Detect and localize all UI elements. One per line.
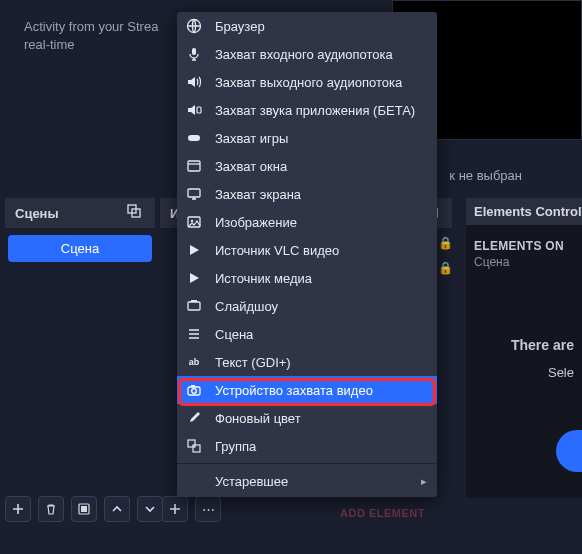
svg-rect-10 [188,161,200,171]
add-source-button[interactable] [162,496,188,522]
add-scene-button[interactable] [5,496,31,522]
menu-label: Устаревшее [215,474,409,489]
activity-text: Activity from your Strea real-time [24,18,158,54]
delete-scene-button[interactable] [38,496,64,522]
menu-label: Источник VLC видео [215,243,427,258]
move-up-button[interactable] [104,496,130,522]
list-icon [185,325,203,343]
gamepad-icon [185,129,203,147]
app-audio-icon [185,101,203,119]
menu-item-video-capture[interactable]: Устройство захвата видео [177,376,437,404]
scenes-header: Сцены [5,198,155,229]
slideshow-icon [185,297,203,315]
camera-icon [185,381,203,399]
window-icon [185,157,203,175]
menu-item-slideshow[interactable]: Слайдшоу [177,292,437,320]
svg-rect-20 [188,440,195,447]
svg-rect-5 [81,506,87,512]
scenes-panel: Сцены Сцена [5,198,155,268]
image-icon [185,213,203,231]
lock-icon[interactable]: 🔒 [438,261,453,275]
sources-toolbar: ⋯ [162,496,221,522]
menu-item-browser[interactable]: Браузер [177,12,437,40]
globe-icon [185,17,203,35]
menu-item-audio-in[interactable]: Захват входного аудиопотока [177,40,437,68]
menu-item-app-audio[interactable]: Захват звука приложения (БЕТА) [177,96,437,124]
menu-label: Захват экрана [215,187,427,202]
menu-item-media[interactable]: Источник медиа [177,264,437,292]
add-button[interactable] [556,430,582,472]
add-element-label[interactable]: ADD ELEMENT [340,507,425,519]
elements-header: Elements Control [466,198,582,225]
menu-label: Группа [215,439,427,454]
menu-label: Сцена [215,327,427,342]
menu-label: Захват выходного аудиопотока [215,75,427,90]
menu-item-deprecated[interactable]: Устаревшее [177,467,437,495]
filters-button[interactable] [71,496,97,522]
svg-point-14 [191,220,193,222]
menu-item-scene[interactable]: Сцена [177,320,437,348]
blank-icon [185,472,203,490]
menu-label: Слайдшоу [215,299,427,314]
menu-separator [177,463,437,464]
monitor-icon [185,185,203,203]
source-type-menu: Браузер Захват входного аудиопотока Захв… [177,12,437,497]
menu-item-image[interactable]: Изображение [177,208,437,236]
menu-label: Захват игры [215,131,427,146]
menu-label: Фоновый цвет [215,411,427,426]
menu-item-game[interactable]: Захват игры [177,124,437,152]
svg-rect-19 [191,385,195,387]
menu-item-group[interactable]: Группа [177,432,437,460]
microphone-icon [185,45,203,63]
no-source-label: к не выбран [449,168,522,183]
menu-label: Браузер [215,19,427,34]
brush-icon [185,409,203,427]
menu-item-screen[interactable]: Захват экрана [177,180,437,208]
lock-column: 🔒 🔒 [438,236,453,275]
scene-item[interactable]: Сцена [8,235,152,262]
speaker-icon [185,73,203,91]
menu-item-window[interactable]: Захват окна [177,152,437,180]
svg-rect-15 [188,302,200,310]
play-icon [185,241,203,259]
menu-label: Захват окна [215,159,427,174]
elements-panel: Elements Control ELEMENTS ON Сцена There… [466,198,582,498]
svg-rect-16 [191,300,197,302]
menu-label: Текст (GDI+) [215,355,427,370]
svg-rect-7 [192,48,196,55]
more-button[interactable]: ⋯ [195,496,221,522]
move-down-button[interactable] [137,496,163,522]
scenes-toolbar [5,496,163,522]
menu-item-text[interactable]: ab Текст (GDI+) [177,348,437,376]
dock-icon[interactable] [127,204,145,222]
media-icon [185,269,203,287]
menu-item-color[interactable]: Фоновый цвет [177,404,437,432]
menu-label: Захват звука приложения (БЕТА) [215,103,427,118]
svg-rect-9 [188,135,200,141]
elements-on-label: ELEMENTS ON [474,239,574,253]
menu-label: Источник медиа [215,271,427,286]
menu-label: Захват входного аудиопотока [215,47,427,62]
elements-scene-label: Сцена [474,255,574,269]
menu-item-audio-out[interactable]: Захват выходного аудиопотока [177,68,437,96]
text-icon: ab [185,353,203,371]
select-label: Sele [474,365,574,380]
lock-icon[interactable]: 🔒 [438,236,453,250]
svg-rect-12 [188,189,200,197]
there-are-label: There are [474,337,574,353]
svg-rect-21 [193,445,200,452]
menu-label: Устройство захвата видео [215,383,427,398]
svg-point-18 [192,389,197,394]
svg-rect-8 [197,107,201,113]
menu-item-vlc[interactable]: Источник VLC видео [177,236,437,264]
menu-label: Изображение [215,215,427,230]
group-icon [185,437,203,455]
